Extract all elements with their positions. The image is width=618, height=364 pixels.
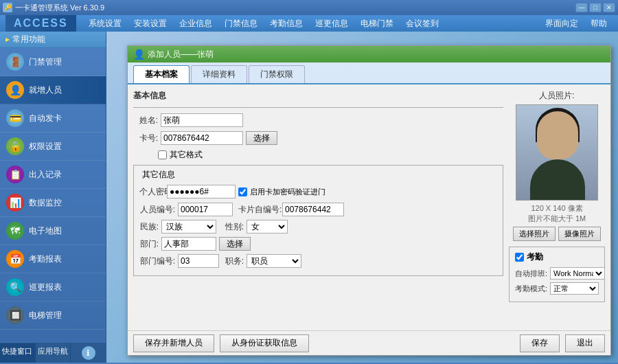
- ethnicity-pair: 民族: 汉族: [139, 220, 216, 234]
- capture-photo-button[interactable]: 摄像照片: [558, 227, 601, 241]
- app-icon: 🔑: [3, 3, 12, 12]
- tab-detail-info[interactable]: 详细资料: [191, 65, 247, 83]
- select-photo-button[interactable]: 选择照片: [513, 227, 556, 241]
- schedule-select[interactable]: Work Normal: [550, 267, 605, 280]
- sidebar: 常用功能 🚪 门禁管理 👤 就增人员 💳 自动发卡 🔒 权限设置: [0, 32, 106, 363]
- monitoring-icon: 📊: [5, 193, 25, 212]
- person-num-row: 人员编号: 卡片自编号:: [139, 203, 497, 216]
- title-bar: 🔑 一卡通管理系统 Ver 6.30.9 — □ ✕: [0, 0, 618, 15]
- sidebar-label-permissions: 权限设置: [29, 141, 62, 152]
- other-info-section: 其它信息 个人密码: 启用卡加密码验证进门 人员编号:: [133, 165, 503, 276]
- patrol-icon: 🔍: [5, 277, 25, 297]
- dept-pair: 部门: 选择: [139, 237, 251, 251]
- sidebar-tabs: 快捷窗口 应用导航 ℹ: [0, 343, 106, 363]
- sidebar-tab-info[interactable]: ℹ: [71, 343, 106, 363]
- sidebar-label-new-person: 就增人员: [29, 84, 62, 96]
- mode-label: 考勤模式:: [515, 284, 547, 294]
- photo-buttons: 选择照片 摄像照片: [509, 227, 605, 241]
- menu-attendance-info[interactable]: 考勤信息: [264, 16, 308, 31]
- photo-caption: 120 X 140 像素图片不能大于 1M: [509, 203, 605, 224]
- menu-elevator-door[interactable]: 电梯门禁: [355, 16, 399, 31]
- ethnicity-select[interactable]: 汉族: [161, 220, 216, 234]
- access-log-icon: 📋: [5, 165, 25, 184]
- menu-company-info[interactable]: 企业信息: [174, 16, 218, 31]
- info-icon: ℹ: [82, 346, 95, 360]
- menu-patrol-info[interactable]: 巡更信息: [310, 16, 354, 31]
- card-num-input[interactable]: [282, 203, 344, 216]
- sidebar-item-access-log[interactable]: 📋 出入记录: [0, 161, 106, 189]
- id-card-button[interactable]: 从身份证获取信息: [220, 334, 309, 352]
- mode-select[interactable]: 正常: [550, 282, 599, 295]
- person-num-input[interactable]: [178, 203, 233, 216]
- map-icon-circle: 🗺: [6, 222, 24, 240]
- form-right: 人员照片: 120 X 140 像素图片不能大于 1M 选择照片: [509, 90, 605, 322]
- window-controls: — □ ✕: [575, 3, 615, 12]
- card-input[interactable]: [161, 131, 243, 145]
- dept-input[interactable]: [161, 237, 216, 251]
- auto-card-icon: 💳: [5, 109, 25, 128]
- card-select-button[interactable]: 选择: [246, 131, 277, 145]
- sidebar-item-monitoring[interactable]: 📊 数据监控: [0, 189, 106, 217]
- dept-row: 部门: 选择: [139, 237, 497, 251]
- log-icon-circle: 📋: [6, 166, 24, 183]
- enable-verify-checkbox[interactable]: [238, 187, 247, 196]
- dept-select-button[interactable]: 选择: [219, 237, 251, 251]
- menu-meeting-checkin[interactable]: 会议签到: [400, 16, 444, 31]
- sidebar-tab-nav[interactable]: 应用导航: [36, 343, 71, 363]
- sidebar-item-auto-card[interactable]: 💳 自动发卡: [0, 104, 106, 133]
- title-bar-left: 🔑 一卡通管理系统 Ver 6.30.9: [3, 3, 104, 13]
- menu-install-settings[interactable]: 安装设置: [128, 16, 172, 31]
- sidebar-label-attendance: 考勤报表: [29, 253, 62, 265]
- sidebar-item-emap[interactable]: 🗺 电子地图: [0, 217, 106, 245]
- monitor-icon-circle: 📊: [6, 194, 24, 212]
- menu-system-settings[interactable]: 系统设置: [83, 16, 127, 31]
- minimize-button[interactable]: —: [575, 3, 588, 12]
- sidebar-item-door-mgmt[interactable]: 🚪 门禁管理: [0, 48, 106, 76]
- gender-select[interactable]: 女 男: [247, 220, 288, 234]
- sidebar-item-attendance[interactable]: 📅 考勤报表: [0, 245, 106, 273]
- person-face: [537, 111, 578, 159]
- ethnicity-label: 民族:: [139, 221, 159, 233]
- dept-code-input[interactable]: [178, 254, 219, 268]
- exit-button[interactable]: 退出: [565, 334, 605, 352]
- password-label: 个人密码:: [139, 186, 164, 198]
- other-format-checkbox[interactable]: [158, 150, 167, 159]
- save-new-button[interactable]: 保存并新增人员: [133, 334, 214, 352]
- menu-bar: ACCESS 系统设置 安装设置 企业信息 门禁信息 考勤信息 巡更信息 电梯门…: [0, 15, 618, 32]
- dialog-title-icon: 👤: [133, 49, 145, 60]
- person-icon-circle: 👤: [6, 81, 24, 99]
- emap-icon: 🗺: [5, 221, 25, 240]
- close-button[interactable]: ✕: [603, 3, 615, 12]
- dialog-title: 添加人员——张萌: [148, 49, 214, 60]
- attendance-enabled-checkbox[interactable]: [515, 253, 524, 262]
- new-person-icon: 👤: [5, 80, 25, 100]
- sidebar-tab-quick[interactable]: 快捷窗口: [0, 343, 36, 363]
- menu-ui-settings[interactable]: 界面向定: [540, 16, 584, 31]
- password-input[interactable]: [167, 185, 236, 198]
- position-select[interactable]: 职员: [247, 254, 301, 268]
- person-body: [530, 159, 585, 201]
- tab-basic-archive[interactable]: 基本档案: [133, 65, 190, 83]
- menu-door-info[interactable]: 门禁信息: [219, 16, 263, 31]
- maximize-button[interactable]: □: [589, 3, 602, 12]
- save-button[interactable]: 保存: [520, 334, 560, 352]
- ethnicity-row: 民族: 汉族 性别: 女 男: [139, 220, 497, 234]
- dialog-body: 基本信息 姓名: 卡号: 选择 其它格式: [128, 84, 610, 328]
- sidebar-item-permissions[interactable]: 🔒 权限设置: [0, 133, 106, 161]
- card-num-label: 卡片自编号:: [238, 204, 279, 216]
- permissions-icon: 🔒: [5, 137, 25, 156]
- sidebar-item-patrol[interactable]: 🔍 巡更报表: [0, 273, 106, 302]
- dept-code-pair: 部门编号:: [139, 254, 219, 268]
- sidebar-item-new-person[interactable]: 👤 就增人员: [0, 76, 106, 104]
- name-input[interactable]: [161, 113, 243, 127]
- add-person-dialog: 👤 添加人员——张萌 基本档案 详细资料 门禁权限 基本信息: [127, 45, 611, 356]
- menu-help[interactable]: 帮助: [585, 16, 613, 31]
- sidebar-item-elevator[interactable]: 🔲 电梯管理: [0, 302, 106, 330]
- basic-info-divider: [133, 107, 503, 108]
- dialog-titlebar: 👤 添加人员——张萌: [128, 46, 610, 62]
- photo-label: 人员照片:: [509, 90, 605, 102]
- tab-door-permission[interactable]: 门禁权限: [249, 65, 305, 83]
- photo-section: 人员照片: 120 X 140 像素图片不能大于 1M 选择照片: [509, 90, 605, 241]
- sidebar-label-patrol: 巡更报表: [29, 282, 62, 293]
- dept-code-label: 部门编号:: [139, 255, 175, 267]
